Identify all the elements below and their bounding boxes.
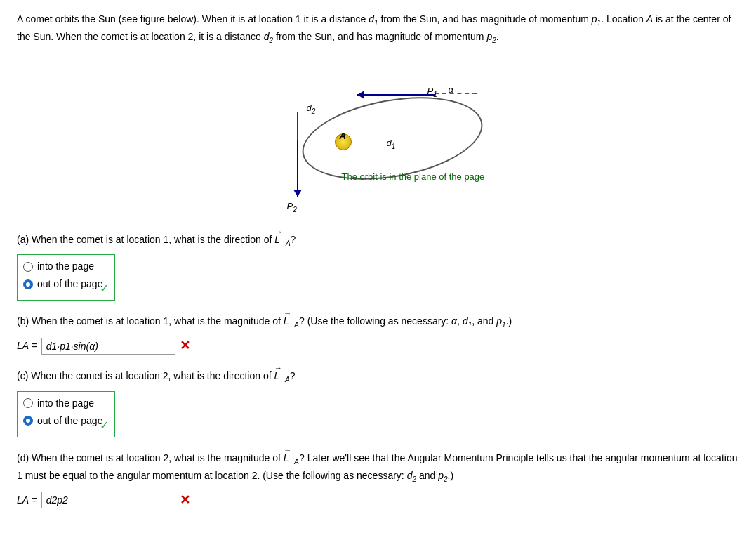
alpha-dashed-line <box>435 93 477 94</box>
part-c-label-out: out of the page <box>37 414 102 428</box>
d2-line <box>297 112 298 144</box>
part-a-question: (a) When the comet is at location 1, wha… <box>17 232 739 249</box>
part-c-radio-into[interactable] <box>23 398 33 408</box>
part-a-label-out: out of the page <box>37 277 102 291</box>
part-b-clear[interactable]: ✕ <box>180 336 190 355</box>
part-b-label: LA = <box>17 338 37 353</box>
part-d-section: (d) When the comet is at location 2, wha… <box>17 450 739 510</box>
orbit-plane-label: The orbit is in the plane of the page <box>342 170 485 184</box>
part-a-radio-box: into the page out of the page ✓ <box>17 254 115 301</box>
part-a-option-into[interactable]: into the page <box>23 259 106 274</box>
p1-arrow <box>357 94 435 96</box>
part-b-section: (b) When the comet is at location 1, wha… <box>17 313 739 355</box>
part-a-checkmark: ✓ <box>100 280 109 297</box>
part-c-radio-out[interactable] <box>23 416 33 426</box>
part-b-question: (b) When the comet is at location 1, wha… <box>17 313 739 331</box>
part-a-radio-out[interactable] <box>23 279 33 289</box>
part-d-input[interactable] <box>41 492 175 508</box>
part-c-option-into[interactable]: into the page <box>23 396 106 411</box>
part-b-input[interactable] <box>41 338 175 355</box>
part-c-section: (c) When the comet is at location 2, wha… <box>17 368 739 437</box>
part-a-section: (a) When the comet is at location 1, wha… <box>17 232 739 301</box>
part-c-question: (c) When the comet is at location 2, wha… <box>17 368 739 386</box>
p2-arrow <box>297 140 298 197</box>
part-c-option-out[interactable]: out of the page <box>23 414 106 428</box>
part-a-label-into: into the page <box>37 259 94 274</box>
part-d-answer-row: LA = ✕ <box>17 491 739 510</box>
label-d2: d2 <box>307 101 316 117</box>
part-c-radio-box: into the page out of the page ✓ <box>17 391 115 437</box>
part-b-answer-row: LA = ✕ <box>17 336 739 355</box>
part-d-label: LA = <box>17 493 37 508</box>
part-c-checkmark: ✓ <box>100 417 109 434</box>
label-A: A <box>340 129 346 143</box>
label-alpha: α <box>449 83 453 97</box>
part-d-clear[interactable]: ✕ <box>180 491 190 510</box>
diagram: A d2 d1 P1 α P2 The orbit is in the plan… <box>231 58 526 226</box>
part-d-question: (d) When the comet is at location 2, wha… <box>17 450 739 485</box>
part-c-label-into: into the page <box>37 396 94 411</box>
label-d1: d1 <box>387 136 396 152</box>
label-p1: P1 <box>427 84 437 100</box>
intro-paragraph: A comet orbits the Sun (see figure below… <box>17 11 739 46</box>
label-p2: P2 <box>287 199 297 215</box>
part-a-option-out[interactable]: out of the page <box>23 277 106 291</box>
part-a-radio-into[interactable] <box>23 262 33 272</box>
